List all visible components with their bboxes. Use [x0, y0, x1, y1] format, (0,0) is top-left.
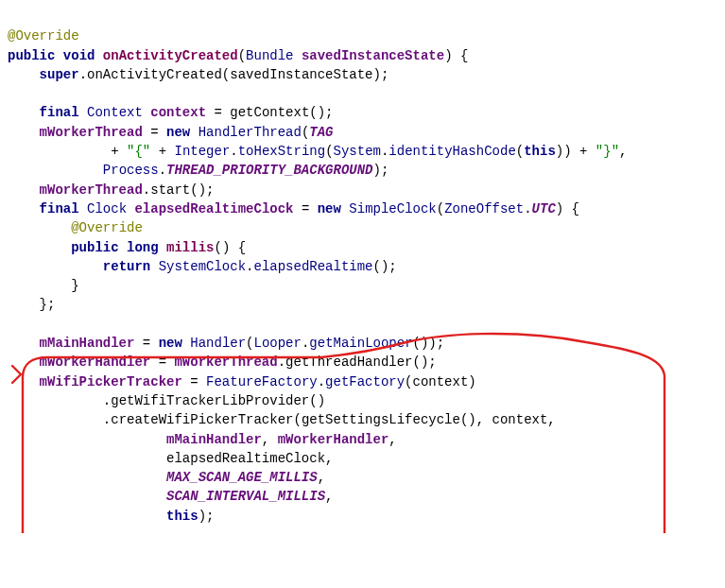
- arg-context: context: [413, 374, 469, 389]
- punct: (: [437, 201, 444, 216]
- punct: ;: [428, 355, 436, 370]
- punct: .: [318, 374, 325, 389]
- punct: ): [556, 201, 563, 216]
- static-getMainLooper: getMainLooper: [309, 336, 412, 351]
- punct: (): [413, 355, 429, 370]
- punct: (): [373, 259, 389, 274]
- punct: ,: [388, 432, 396, 447]
- annotation-override2: @Override: [71, 220, 143, 235]
- punct: .: [230, 144, 237, 159]
- call-getThreadHandler: getThreadHandler: [285, 355, 412, 370]
- call-onActivityCreated: onActivityCreated: [87, 67, 222, 82]
- punct: {: [460, 48, 468, 63]
- punct: (): [190, 182, 206, 198]
- punct: .: [103, 412, 111, 427]
- method-millis: millis: [166, 240, 214, 255]
- type-context: Context: [87, 105, 143, 120]
- punct: (: [405, 374, 412, 389]
- static-elapsedRealtime: elapsedRealtime: [253, 259, 372, 274]
- punct: {: [572, 201, 579, 216]
- kw-public2: public: [71, 240, 118, 255]
- punct: }: [71, 278, 78, 293]
- punct: ): [199, 509, 206, 524]
- punct: .: [278, 355, 285, 370]
- punct: +: [572, 144, 596, 159]
- punct: ,: [262, 432, 269, 447]
- field-mWorkerHandler: mWorkerHandler: [40, 355, 151, 370]
- type-SimpleClock: SimpleClock: [349, 201, 436, 216]
- kw-new: new: [166, 125, 190, 140]
- kw-new2: new: [318, 201, 341, 216]
- static-TAG: TAG: [309, 125, 333, 140]
- type-SystemClock: SystemClock: [159, 259, 246, 274]
- type-Handler: Handler: [190, 336, 246, 351]
- punct: (: [293, 412, 301, 427]
- param-savedInstanceState: savedInstanceState: [302, 48, 444, 63]
- kw-super: super: [40, 67, 79, 82]
- punct: (: [246, 336, 253, 351]
- punct: ): [563, 144, 571, 159]
- type-Looper: Looper: [254, 336, 302, 351]
- punct: =: [293, 201, 317, 216]
- punct: (): [413, 336, 429, 351]
- field-mMainHandler: mMainHandler: [40, 336, 135, 351]
- kw-long: long: [127, 240, 159, 255]
- punct: ;: [388, 259, 396, 274]
- punct: ;: [381, 67, 388, 82]
- punct: ): [373, 67, 381, 82]
- punct: }: [40, 297, 47, 312]
- type-ZoneOffset: ZoneOffset: [444, 201, 524, 216]
- punct: ,: [476, 412, 484, 427]
- punct: ;: [47, 297, 55, 312]
- type-Clock: Clock: [87, 201, 127, 216]
- punct: (): [309, 393, 325, 408]
- punct: .: [79, 67, 87, 82]
- field-mMainHandler2: mMainHandler: [166, 432, 262, 447]
- punct: ): [468, 374, 475, 389]
- field-mWifiPickerTracker: mWifiPickerTracker: [40, 374, 182, 389]
- string-open-brace: "{": [127, 144, 150, 159]
- punct: {: [238, 240, 246, 255]
- static-toHexString: toHexString: [238, 144, 325, 159]
- punct: ;: [206, 182, 214, 198]
- punct: ,: [619, 144, 627, 159]
- annotation-override: @Override: [8, 28, 79, 43]
- kw-final2: final: [40, 201, 79, 216]
- punct: +: [150, 144, 174, 159]
- kw-this: this: [524, 144, 556, 159]
- kw-void: void: [63, 48, 95, 63]
- punct: ;: [437, 336, 444, 351]
- call-getSettingsLifecycle: getSettingsLifecycle: [302, 412, 460, 427]
- punct: =: [134, 336, 158, 351]
- var-context: context: [150, 105, 206, 120]
- punct: (): [460, 412, 476, 427]
- kw-this2: this: [166, 509, 199, 524]
- call-getContext: getContext: [230, 105, 309, 120]
- static-identityHashCode: identityHashCode: [388, 144, 515, 159]
- method-onActivityCreated: onActivityCreated: [103, 48, 238, 63]
- type-Process: Process: [103, 163, 159, 178]
- punct: (): [309, 105, 325, 120]
- punct: ,: [318, 470, 325, 485]
- kw-final: final: [40, 105, 79, 120]
- call-start: start: [150, 182, 190, 198]
- punct: =: [150, 355, 174, 370]
- punct: (: [325, 144, 333, 159]
- type-FeatureFactory: FeatureFactory: [206, 374, 318, 389]
- static-THREAD_PRIORITY_BACKGROUND: THREAD_PRIORITY_BACKGROUND: [166, 163, 372, 178]
- punct: =: [206, 105, 230, 120]
- punct: =: [182, 374, 206, 389]
- static-UTC: UTC: [532, 201, 556, 216]
- type-bundle: Bundle: [246, 48, 293, 63]
- string-close-brace: "}": [596, 144, 619, 159]
- code-block: @Override public void onActivityCreated(…: [8, 8, 717, 526]
- punct: (: [516, 144, 524, 159]
- var-elapsedRealtimeClock: elapsedRealtimeClock: [134, 201, 293, 216]
- punct: .: [524, 201, 531, 216]
- punct: ): [428, 336, 436, 351]
- punct: ;: [325, 105, 333, 120]
- punct: ): [444, 48, 452, 63]
- punct: ,: [547, 412, 555, 427]
- type-System: System: [334, 144, 381, 159]
- punct: +: [103, 144, 127, 159]
